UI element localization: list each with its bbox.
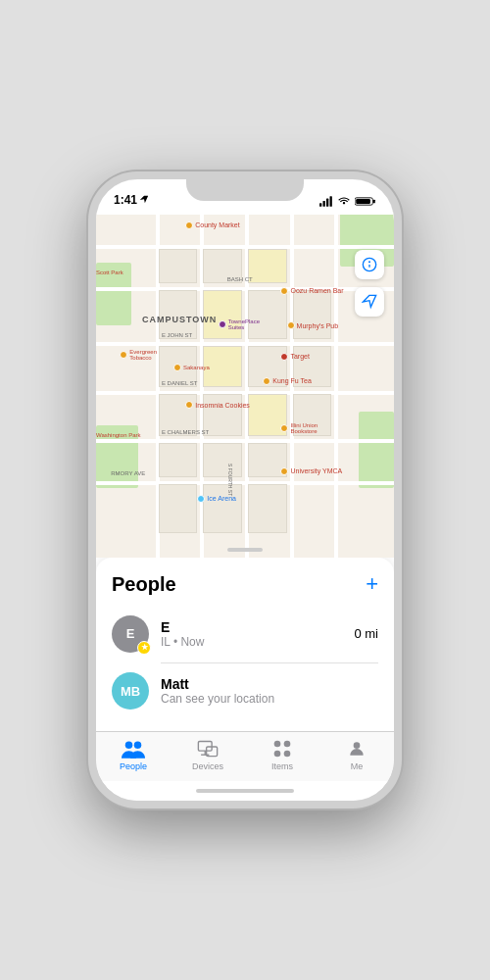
person-sub-e: IL • Now bbox=[161, 635, 342, 649]
map-location-button[interactable] bbox=[355, 287, 384, 317]
avatar-initials-matt: MB bbox=[121, 684, 140, 699]
tab-me-icon bbox=[345, 738, 368, 760]
svg-rect-1 bbox=[323, 201, 325, 207]
block2 bbox=[203, 249, 242, 283]
block19 bbox=[159, 484, 198, 532]
svg-point-18 bbox=[274, 751, 281, 758]
panel-title: People bbox=[112, 573, 176, 596]
notch bbox=[186, 179, 304, 201]
svg-point-11 bbox=[134, 742, 142, 750]
map-canvas: CAMPUSTOWN E JOHN ST E DANIEL ST E CHALM… bbox=[96, 211, 394, 558]
svg-rect-6 bbox=[356, 199, 370, 204]
tab-me-label: Me bbox=[351, 761, 364, 771]
star-badge-e: ★ bbox=[137, 641, 151, 655]
kungfu-poi: Kung Fu Tea bbox=[263, 377, 312, 385]
tab-me[interactable]: Me bbox=[319, 738, 394, 771]
tab-people-icon bbox=[122, 738, 145, 760]
svg-rect-3 bbox=[330, 196, 332, 207]
panel-header: People + bbox=[112, 573, 378, 596]
block7 bbox=[293, 290, 332, 338]
home-bar bbox=[196, 789, 294, 793]
person-name-matt: Matt bbox=[161, 676, 367, 692]
tab-devices-icon bbox=[196, 738, 220, 760]
ice-arena-poi: Ice Arena bbox=[197, 495, 236, 503]
svg-point-10 bbox=[125, 742, 133, 750]
avatar-initials-e: E bbox=[126, 626, 135, 641]
location-arrow-icon bbox=[139, 195, 149, 205]
home-indicator bbox=[96, 781, 394, 801]
ymca-poi: University YMCA bbox=[280, 467, 342, 475]
wifi-icon bbox=[337, 196, 351, 207]
battery-icon bbox=[355, 196, 376, 207]
time-display: 1:41 bbox=[114, 193, 137, 207]
block1 bbox=[159, 249, 198, 283]
tab-items-label: Items bbox=[271, 761, 293, 771]
evergreen-poi: EvergreenTobacco bbox=[120, 349, 157, 361]
svg-point-17 bbox=[284, 741, 291, 748]
drag-handle[interactable] bbox=[227, 548, 263, 552]
tab-items[interactable]: Items bbox=[245, 738, 319, 771]
person-info-matt: Matt Can see your location bbox=[161, 676, 367, 706]
tab-devices[interactable]: Devices bbox=[171, 738, 245, 771]
person-name-e: E bbox=[161, 619, 342, 635]
person-row-matt[interactable]: MB Matt Can see your location bbox=[112, 666, 378, 715]
svg-rect-2 bbox=[326, 199, 328, 207]
tab-people-label: People bbox=[120, 761, 147, 771]
illini-bookstore-poi: Illini UnionBookstore bbox=[280, 422, 318, 434]
right-park bbox=[359, 412, 394, 488]
block17 bbox=[203, 443, 242, 477]
sakanaya-poi: Sakanaya bbox=[173, 364, 210, 371]
street-v5 bbox=[334, 211, 338, 558]
insomnia-poi: Insomnia Cookies bbox=[185, 401, 250, 409]
county-market-poi: County Market bbox=[185, 221, 240, 229]
avatar-e: E ★ bbox=[112, 615, 149, 653]
towneplace-poi: TownePlaceSuites bbox=[219, 318, 260, 330]
phone-frame: 1:41 bbox=[88, 172, 402, 808]
tab-bar: People Devices bbox=[96, 731, 394, 781]
block3 bbox=[248, 249, 287, 283]
murphys-poi: Murphy's Pub bbox=[287, 321, 339, 329]
block16 bbox=[159, 443, 198, 477]
status-icons bbox=[319, 196, 376, 207]
phone-inner: 1:41 bbox=[96, 179, 394, 801]
person-divider bbox=[161, 662, 378, 663]
tab-people[interactable]: People bbox=[96, 738, 171, 771]
scott-park-label: Scott Park bbox=[96, 270, 123, 275]
target-poi: Target bbox=[280, 353, 309, 361]
status-time: 1:41 bbox=[114, 193, 149, 207]
washington-park-label: Washington Park bbox=[96, 432, 140, 438]
svg-rect-5 bbox=[373, 200, 375, 204]
tab-items-icon bbox=[270, 738, 294, 760]
map-area[interactable]: CAMPUSTOWN E JOHN ST E DANIEL ST E CHALM… bbox=[96, 211, 394, 558]
add-person-button[interactable]: + bbox=[366, 573, 378, 595]
oozu-ramen-poi: Oozu Ramen Bar bbox=[280, 287, 343, 295]
person-info-e: E IL • Now bbox=[161, 619, 342, 649]
svg-point-16 bbox=[274, 741, 281, 748]
block4 bbox=[159, 290, 198, 338]
svg-point-20 bbox=[354, 742, 361, 749]
block21 bbox=[248, 484, 287, 532]
bottom-panel: People + E ★ E IL • Now 0 mi MB bbox=[96, 558, 394, 732]
person-row-e[interactable]: E ★ E IL • Now 0 mi bbox=[112, 610, 378, 659]
avatar-matt: MB bbox=[112, 672, 149, 710]
block6 bbox=[248, 290, 287, 338]
signal-icon bbox=[319, 196, 333, 207]
block5 bbox=[203, 290, 242, 338]
svg-point-19 bbox=[284, 751, 291, 758]
svg-rect-0 bbox=[319, 203, 321, 207]
person-sub-matt: Can see your location bbox=[161, 692, 367, 706]
block20 bbox=[203, 484, 242, 532]
map-info-button[interactable] bbox=[355, 250, 384, 279]
tab-devices-label: Devices bbox=[192, 761, 223, 771]
person-dist-e: 0 mi bbox=[354, 626, 378, 641]
